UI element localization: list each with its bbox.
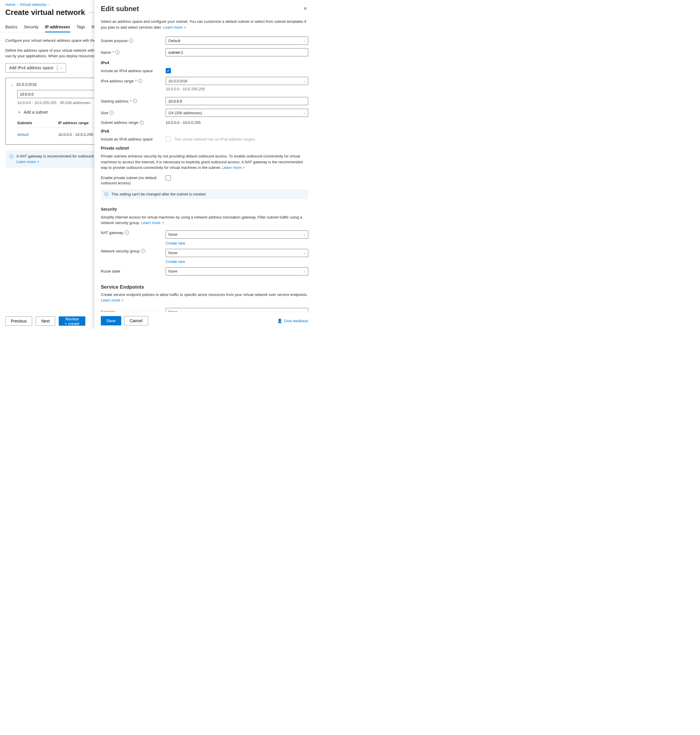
label-name: Name [101,50,111,54]
subnet-name-link[interactable]: default [17,132,58,137]
panel-intro: Select an address space and configure yo… [101,19,308,30]
endpoints-desc: Create service endpoint policies to allo… [101,292,308,303]
ip-range-text: 10.0.0.0 - 10.0.255.255 [17,100,56,105]
name-input[interactable] [166,48,308,56]
label-route-table: Route table [101,269,162,273]
info-icon: ⓘ [104,192,108,197]
nat-learn-more-link[interactable]: Learn more [16,160,39,164]
services-select[interactable]: None⌄ [166,308,308,312]
nsg-create-new-link[interactable]: Create new [166,259,308,264]
tab-tags[interactable]: Tags [76,22,85,32]
private-subnet-desc: Private subnets enhance security by not … [101,153,308,171]
starting-address-input[interactable] [166,97,308,105]
panel-learn-more-link[interactable]: Learn more [163,25,186,29]
info-icon[interactable]: i [110,111,114,115]
info-icon[interactable]: i [129,38,133,43]
label-nsg: Network security group [101,249,140,253]
close-icon[interactable]: ✕ [302,5,308,13]
ip-count-text: 65,536 addresses [60,100,90,105]
breadcrumb-vnets[interactable]: Virtual networks [20,2,47,7]
enable-private-checkbox[interactable] [166,175,171,181]
breadcrumb-home[interactable]: Home [5,2,15,7]
label-starting-address: Starting address [101,99,129,103]
info-icon[interactable]: i [125,231,129,235]
cancel-button[interactable]: Cancel [124,316,148,325]
label-include-ipv4: Include an IPv4 address space [101,69,162,73]
page-title: Create virtual network [5,8,85,17]
security-desc: Simplify internet access for virtual mac… [101,215,308,226]
ipv4-range-helper: 10.0.0.0 - 10.0.255.255 [166,87,308,91]
info-icon[interactable]: i [133,99,137,103]
ipv6-disabled-text: This virtual network has no IPv6 address… [174,137,256,141]
subnet-purpose-select[interactable]: Default⌄ [166,37,308,45]
add-ipv4-button[interactable]: Add IPv4 address space ⌄ [5,63,66,72]
previous-button[interactable]: Previous [5,316,32,326]
include-ipv6-checkbox [166,137,171,142]
label-subnet-range: Subnet address range [101,121,138,125]
tab-security[interactable]: Security [24,22,38,32]
edit-subnet-panel: Edit subnet ✕ Select an address space an… [94,0,315,329]
security-heading: Security [101,207,308,212]
info-icon[interactable]: i [140,121,144,125]
nat-create-new-link[interactable]: Create new [166,241,308,245]
chevron-down-icon: ⌄ [303,232,306,236]
label-include-ipv6: Include an IPv6 address space [101,137,162,141]
include-ipv4-checkbox[interactable] [166,68,171,74]
info-icon[interactable]: i [141,249,145,253]
give-feedback-link[interactable]: 👤 Give feedback [277,318,308,323]
review-create-button[interactable]: Review + create [59,316,85,326]
route-table-select[interactable]: None⌄ [166,267,308,275]
label-services: Services [101,310,162,312]
ipv6-heading: IPv6 [101,129,308,134]
subnet-range-value: 10.0.0.0 - 10.0.0.255 [166,121,308,125]
chevron-down-icon: ⌄ [303,39,306,43]
panel-title: Edit subnet [101,5,139,13]
feedback-label: Give feedback [284,319,308,323]
info-icon[interactable]: i [138,79,142,83]
plus-icon: ＋ [17,110,21,115]
label-ipv4-range: IPv4 address range [101,79,134,83]
chevron-down-icon: ⌄ [303,269,306,273]
endpoints-learn-more-link[interactable]: Learn more [101,298,124,302]
feedback-icon: 👤 [277,318,282,323]
chevron-down-icon: ⌄ [303,251,306,255]
ipv4-range-select[interactable]: 10.0.0.0/16⌄ [166,77,308,85]
address-space-title: 10.0.0.0/16 [16,82,37,87]
security-learn-more-link[interactable]: Learn more [141,220,164,225]
chevron-up-icon[interactable]: ⌃ [11,82,14,87]
info-icon[interactable]: i [115,50,119,54]
chevron-down-icon: ⌄ [303,111,306,115]
private-subnet-heading: Private subnet [101,146,308,150]
private-learn-more-link[interactable]: Learn more [222,165,245,170]
more-actions-button[interactable]: ··· [88,9,95,15]
save-button[interactable]: Save [101,316,121,325]
chevron-right-icon: › [49,3,49,6]
nat-gateway-select[interactable]: None⌄ [166,231,308,239]
nsg-select[interactable]: None⌄ [166,249,308,257]
label-enable-private: Enable private subnet (no default outbou… [101,175,162,186]
panel-footer: Save Cancel 👤 Give feedback [94,312,315,329]
endpoints-heading: Service Endpoints [101,284,308,290]
wizard-footer: Previous Next Review + create [0,312,91,329]
next-button[interactable]: Next [36,316,55,326]
chevron-down-icon: ⌄ [303,79,306,83]
th-subnets: Subnets [17,121,58,125]
private-info-banner: ⓘ This setting can't be changed after th… [101,189,308,199]
tab-basics[interactable]: Basics [5,22,17,32]
chevron-down-icon[interactable]: ⌄ [57,66,66,69]
label-subnet-purpose: Subnet purpose [101,38,128,43]
size-select[interactable]: /24 (256 addresses)⌄ [166,109,308,117]
add-ipv4-label: Add IPv4 address space [6,65,57,70]
tab-ip-addresses[interactable]: IP addresses [45,22,70,32]
label-nat-gateway: NAT gateway [101,231,123,235]
add-subnet-label: Add a subnet [24,110,48,115]
chevron-right-icon: › [17,3,18,6]
info-icon: ⓘ [9,153,13,160]
label-size: Size [101,111,108,115]
private-banner-text: This setting can't be changed after the … [111,192,206,196]
ipv4-heading: IPv4 [101,60,308,65]
